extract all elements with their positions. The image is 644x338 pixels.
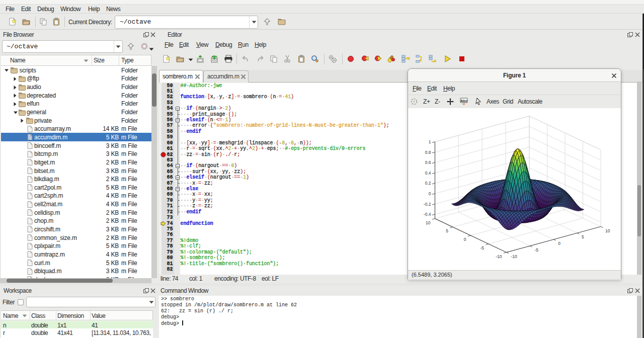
svg-text:0: 0 [429,191,431,196]
svg-text:-0.2: -0.2 [424,202,431,207]
svg-text:1: 1 [429,139,431,144]
svg-text:5: 5 [582,234,584,239]
svg-text:5: 5 [446,228,448,233]
svg-text:0: 0 [464,237,466,242]
svg-text:0.8: 0.8 [425,150,431,155]
svg-text:-10: -10 [496,254,502,259]
svg-text:Abc: Abc [460,99,467,103]
svg-text:0.6: 0.6 [425,160,431,165]
svg-text:10: 10 [426,220,431,225]
svg-text:10: 10 [605,228,610,233]
svg-text:-10: -10 [511,254,518,259]
svg-text:0.2: 0.2 [425,181,431,186]
svg-text:0: 0 [558,241,560,246]
svg-text:-5: -5 [480,245,484,250]
svg-text:-5: -5 [534,247,538,252]
svg-text:-0.4: -0.4 [424,212,431,217]
svg-text:0.4: 0.4 [425,171,431,176]
